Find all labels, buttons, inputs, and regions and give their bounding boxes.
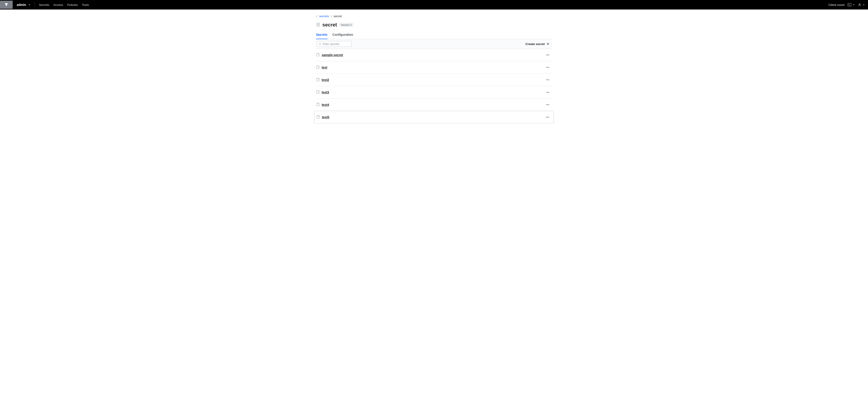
secret-link[interactable]: test5 <box>322 115 329 119</box>
svg-point-7 <box>316 24 317 25</box>
user-icon <box>858 3 861 6</box>
nav-links: Secrets Access Policies Tools <box>39 3 89 6</box>
create-secret-label: Create secret <box>525 42 545 46</box>
svg-point-25 <box>548 105 548 105</box>
nav-link-tools[interactable]: Tools <box>82 3 89 6</box>
logo[interactable] <box>0 1 13 9</box>
row-menu-button[interactable] <box>545 66 550 69</box>
svg-point-26 <box>549 105 549 105</box>
secret-row: sample-secret <box>316 49 552 61</box>
svg-rect-10 <box>317 26 320 26</box>
plus-icon <box>547 42 549 45</box>
console-menu[interactable] <box>848 3 855 6</box>
svg-point-14 <box>549 55 549 55</box>
svg-point-5 <box>316 23 317 23</box>
filter-input[interactable] <box>317 41 352 47</box>
nav-link-policies[interactable]: Policies <box>67 3 78 6</box>
svg-point-28 <box>547 117 548 118</box>
svg-point-24 <box>546 105 547 105</box>
file-icon <box>316 53 319 57</box>
page-header: secret Version 2 <box>316 22 552 28</box>
svg-point-4 <box>859 4 860 5</box>
svg-point-17 <box>549 67 549 68</box>
svg-point-19 <box>548 80 548 80</box>
toolbar: Create secret <box>316 39 552 49</box>
secret-link[interactable]: test3 <box>322 90 329 94</box>
svg-rect-3 <box>848 3 851 6</box>
svg-point-11 <box>319 43 321 45</box>
nav-right: Client count <box>829 3 865 6</box>
svg-rect-6 <box>317 23 320 24</box>
svg-rect-8 <box>317 24 320 25</box>
secret-link[interactable]: sample-secret <box>322 53 343 57</box>
svg-point-2 <box>6 4 6 5</box>
chevron-left-icon <box>331 15 332 18</box>
svg-point-18 <box>546 80 547 80</box>
more-horizontal-icon <box>546 55 549 55</box>
secret-link[interactable]: test <box>322 66 327 69</box>
chevron-left-icon <box>316 15 318 18</box>
row-menu-button[interactable] <box>545 91 550 94</box>
svg-point-15 <box>546 67 547 68</box>
chevron-down-icon <box>28 4 31 6</box>
row-menu-button[interactable] <box>545 116 550 119</box>
svg-point-12 <box>546 55 547 55</box>
secret-link[interactable]: test2 <box>322 78 329 82</box>
chevron-down-icon <box>852 4 855 6</box>
svg-point-20 <box>549 80 549 80</box>
row-menu-button[interactable] <box>545 104 550 106</box>
svg-point-21 <box>546 92 547 93</box>
secret-row: test4 <box>316 98 552 111</box>
secret-row: test5 <box>314 111 554 123</box>
secret-row: test <box>316 61 552 74</box>
more-horizontal-icon <box>546 117 549 118</box>
svg-point-23 <box>549 92 549 93</box>
tab-configuration[interactable]: Configuration <box>333 31 353 39</box>
svg-point-22 <box>548 92 548 93</box>
namespace-label: admin <box>17 3 26 6</box>
more-horizontal-icon <box>546 79 549 80</box>
svg-point-0 <box>6 4 6 4</box>
chevron-down-icon <box>863 4 865 6</box>
client-count-label: Client count <box>829 3 844 6</box>
tab-secrets[interactable]: Secrets <box>316 31 328 39</box>
client-count-link[interactable]: Client count <box>829 3 844 6</box>
file-icon <box>316 65 319 69</box>
svg-point-9 <box>316 26 317 26</box>
nav-link-access[interactable]: Access <box>53 3 63 6</box>
breadcrumb-parent[interactable]: secrets <box>319 15 329 18</box>
create-secret-button[interactable]: Create secret <box>525 42 549 46</box>
file-icon <box>316 103 319 107</box>
more-horizontal-icon <box>546 92 549 93</box>
breadcrumb: secrets secret <box>316 15 552 18</box>
svg-point-13 <box>548 55 548 55</box>
svg-point-16 <box>548 67 548 68</box>
tabs: Secrets Configuration <box>316 31 552 39</box>
main-container: secrets secret secret Version 2 Secrets … <box>316 9 552 123</box>
filter-wrap <box>317 41 352 47</box>
secret-row: test2 <box>316 74 552 86</box>
more-horizontal-icon <box>546 67 549 68</box>
svg-point-27 <box>546 117 547 118</box>
svg-point-1 <box>6 4 7 4</box>
secret-row: test3 <box>316 86 552 98</box>
file-icon <box>317 115 320 119</box>
more-horizontal-icon <box>546 104 549 105</box>
vault-logo-icon <box>4 3 8 7</box>
row-menu-button[interactable] <box>545 79 550 81</box>
list-icon <box>316 23 320 27</box>
nav-link-secrets[interactable]: Secrets <box>39 3 49 6</box>
secret-link[interactable]: test4 <box>322 103 329 107</box>
row-menu-button[interactable] <box>545 54 550 56</box>
namespace-switcher[interactable]: admin <box>17 2 35 7</box>
file-icon <box>316 90 319 94</box>
breadcrumb-current: secret <box>334 15 342 18</box>
secret-list: sample-secret test test2 <box>316 49 552 123</box>
version-badge: Version 2 <box>339 23 353 27</box>
search-icon <box>319 42 321 45</box>
user-menu[interactable] <box>858 3 865 6</box>
file-icon <box>316 78 319 82</box>
svg-point-29 <box>548 117 549 118</box>
top-nav: admin Secrets Access Policies Tools Clie… <box>0 0 868 9</box>
terminal-icon <box>848 3 851 6</box>
